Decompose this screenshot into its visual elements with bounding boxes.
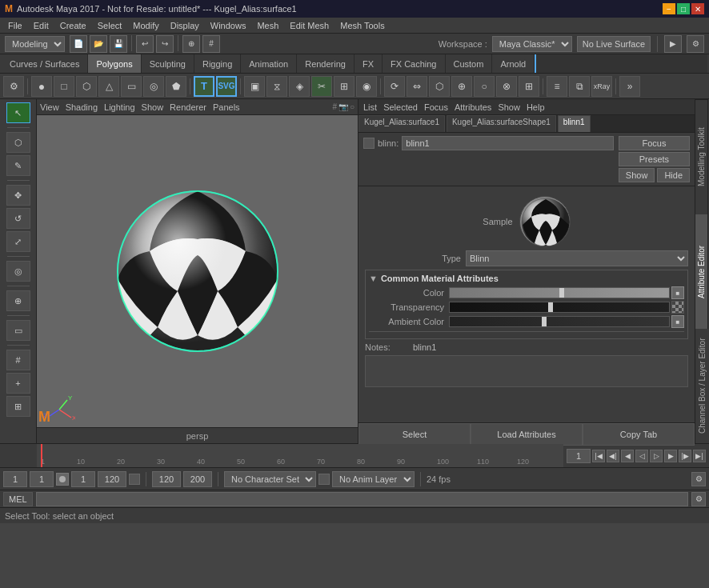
fill-hole-btn[interactable]: ◈ — [289, 76, 310, 97]
ae-scroll-area[interactable]: Sample — [359, 186, 695, 422]
prism-btn[interactable]: ⬟ — [166, 76, 186, 97]
tab-curves-surfaces[interactable]: Curves / Surfaces — [2, 54, 88, 73]
hide-button[interactable]: Hide — [657, 168, 690, 182]
tab-arnold[interactable]: Arnold — [492, 54, 535, 73]
connect-btn[interactable]: ⊞ — [334, 76, 354, 97]
svg-btn[interactable]: SVG — [216, 76, 237, 97]
combine-btn[interactable]: ⊞ — [519, 76, 539, 97]
redo-btn[interactable]: ↪ — [156, 35, 174, 53]
menu-modify[interactable]: Modify — [128, 20, 163, 31]
sphere-btn[interactable]: ● — [31, 76, 52, 97]
transparency-checker[interactable] — [671, 301, 684, 314]
ae-show-header[interactable]: Show — [498, 102, 520, 112]
undo-btn[interactable]: ↩ — [136, 35, 154, 53]
grid-snap-btn[interactable]: # — [202, 35, 220, 53]
circularize-btn[interactable]: ○ — [474, 76, 495, 97]
go-end-btn[interactable]: ▶| — [693, 450, 706, 462]
target-weld-btn[interactable]: ◉ — [356, 76, 377, 97]
ae-tab-surface1[interactable]: Kugel_Alias:surface1 — [359, 115, 445, 132]
max-frame-field[interactable] — [183, 471, 212, 487]
no-anim-layer-dropdown[interactable]: No Anim Layer — [332, 471, 415, 487]
tab-animation[interactable]: Animation — [241, 54, 297, 73]
channel-box-label[interactable]: Channel Box / Layer Editor — [695, 329, 709, 443]
tab-custom[interactable]: Custom — [446, 54, 493, 73]
workspace-select[interactable]: Maya Classic* — [492, 36, 572, 52]
play-back-btn[interactable]: ◁ — [635, 450, 648, 462]
menu-display[interactable]: Display — [166, 20, 204, 31]
crease-btn[interactable]: ≡ — [547, 76, 567, 97]
ambient-thumb[interactable] — [542, 317, 547, 326]
ae-help[interactable]: Help — [527, 102, 545, 112]
vp-show[interactable]: Show — [142, 102, 164, 112]
tab-fx-caching[interactable]: FX Caching — [383, 54, 445, 73]
bridge-btn[interactable]: ⧖ — [266, 76, 287, 97]
vp-isolate-btn[interactable]: ○ — [350, 102, 354, 111]
subdiv-btn[interactable]: ⧉ — [569, 76, 590, 97]
notes-textarea[interactable] — [365, 355, 688, 387]
ae-attributes[interactable]: Attributes — [455, 102, 491, 112]
torus-btn[interactable]: ◎ — [143, 76, 164, 97]
go-start-btn[interactable]: |◀ — [592, 450, 605, 462]
soft-select[interactable]: ◎ — [6, 261, 30, 282]
snap-grid[interactable]: # — [6, 350, 30, 370]
copy-tab-btn[interactable]: Copy Tab — [583, 423, 695, 446]
vp-panels[interactable]: Panels — [213, 102, 240, 112]
show-button[interactable]: Show — [619, 168, 655, 182]
load-attrs-btn[interactable]: Load Attributes — [471, 423, 583, 446]
play-fwd-btn[interactable]: ▷ — [650, 450, 663, 462]
merge-btn[interactable]: ⊕ — [451, 76, 472, 97]
next-key-btn[interactable]: |▶ — [679, 450, 691, 462]
show-manip[interactable]: ⊕ — [6, 290, 30, 311]
menu-mesh-tools[interactable]: Mesh Tools — [335, 20, 389, 31]
vp-camera-btn[interactable]: 📷 — [338, 102, 348, 111]
cone-btn[interactable]: △ — [98, 76, 119, 97]
frame-field-2[interactable] — [71, 471, 95, 487]
multicut-btn[interactable]: ✂ — [311, 76, 332, 97]
extrude-btn[interactable]: ▣ — [244, 76, 265, 97]
vp-lighting[interactable]: Lighting — [104, 102, 135, 112]
modeling-dropdown[interactable]: Modeling — [5, 36, 65, 52]
ae-focus-header[interactable]: Focus — [424, 102, 448, 112]
prefs-btn[interactable]: ⚙ — [691, 472, 706, 486]
save-btn[interactable]: 💾 — [110, 35, 127, 53]
ae-tab-surfaceshape1[interactable]: Kugel_Alias:surfaceShape1 — [447, 115, 556, 132]
ae-list[interactable]: List — [363, 102, 377, 112]
select-footer-btn[interactable]: Select — [359, 423, 471, 446]
plane-btn[interactable]: ▭ — [121, 76, 142, 97]
scale-tool[interactable]: ⤢ — [6, 231, 30, 252]
color-gradient[interactable] — [449, 287, 670, 298]
smooth-btn[interactable]: ⟳ — [384, 76, 405, 97]
viewport-canvas[interactable] — [37, 115, 358, 427]
render-btn[interactable]: ▶ — [664, 35, 682, 53]
blinn-name-input[interactable] — [402, 136, 614, 150]
range-start-field[interactable] — [3, 471, 27, 487]
tab-sculpting[interactable]: Sculpting — [142, 54, 194, 73]
transparency-gradient[interactable] — [449, 302, 670, 313]
range-end-field[interactable] — [98, 471, 126, 487]
boolean-btn[interactable]: ⊗ — [496, 76, 517, 97]
blinn-checkbox[interactable] — [363, 138, 375, 149]
open-btn[interactable]: 📂 — [90, 35, 107, 53]
end-frame-field[interactable] — [152, 471, 181, 487]
timeline-ruler[interactable]: 1 10 20 30 40 50 60 70 80 90 100 110 120 — [37, 444, 563, 467]
current-frame-display[interactable] — [567, 449, 591, 463]
paint-select[interactable]: ✎ — [6, 155, 30, 176]
more-btn[interactable]: » — [619, 76, 640, 97]
tab-rendering[interactable]: Rendering — [297, 54, 354, 73]
tab-fx[interactable]: FX — [354, 54, 383, 73]
menu-edit-mesh[interactable]: Edit Mesh — [285, 20, 334, 31]
maximize-button[interactable]: □ — [677, 3, 690, 14]
mel-options-btn[interactable]: ⚙ — [691, 492, 706, 506]
minimize-button[interactable]: − — [663, 3, 675, 14]
snap-view[interactable]: ⊞ — [6, 396, 30, 417]
common-attrs-triangle[interactable]: ▼ — [369, 274, 378, 283]
color-picker-icon[interactable]: ■ — [671, 286, 684, 299]
focus-button[interactable]: Focus — [619, 136, 690, 150]
vp-grid-btn[interactable]: # — [332, 102, 337, 111]
transparency-thumb[interactable] — [548, 302, 553, 312]
color-thumb[interactable] — [559, 288, 564, 298]
settings-icon-btn[interactable]: ⚙ — [3, 76, 24, 97]
no-char-set-dropdown[interactable]: No Character Set — [224, 471, 316, 487]
vp-shading[interactable]: Shading — [66, 102, 98, 112]
mel-input[interactable] — [36, 492, 688, 506]
